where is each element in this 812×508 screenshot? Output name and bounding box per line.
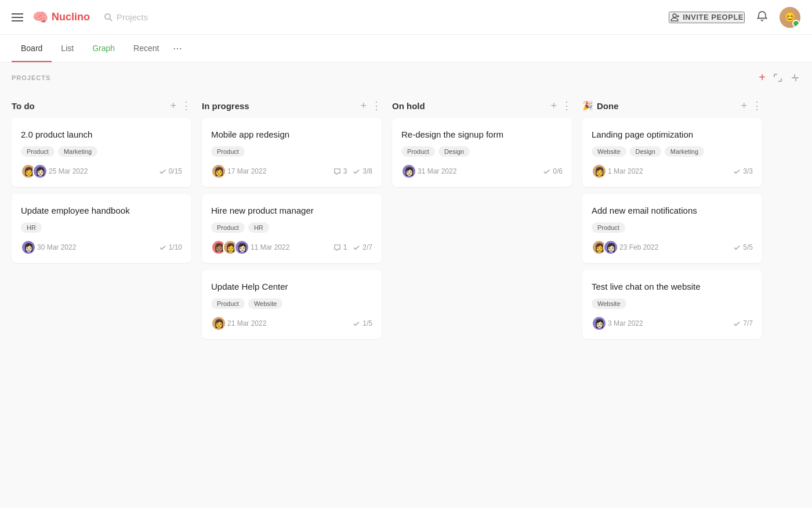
- column-actions-inprogress[interactable]: + ⋮: [360, 100, 382, 111]
- checklist-count: 3/8: [362, 167, 372, 175]
- card-checklist: 0/15: [159, 167, 182, 175]
- card-stats: 12/7: [334, 243, 372, 251]
- task-card[interactable]: Re-design the signup formProductDesign👩🏻…: [392, 118, 572, 187]
- bell-icon: [756, 10, 768, 22]
- tab-bar: Board List Graph Recent ⋯: [0, 35, 812, 63]
- card-tags: Product: [592, 222, 753, 233]
- add-card-button[interactable]: +: [170, 100, 176, 111]
- column-menu-button[interactable]: ⋮: [752, 100, 762, 111]
- card-tags: Product: [211, 146, 372, 157]
- card-title: Hire new product manager: [211, 204, 372, 217]
- add-card-button[interactable]: +: [360, 100, 367, 111]
- card-avatars: 👩🏻: [21, 240, 32, 255]
- comment-count: 3: [343, 167, 347, 175]
- card-date: 11 Mar 2022: [251, 243, 289, 251]
- column-actions-done[interactable]: + ⋮: [741, 100, 762, 111]
- card-date: 31 Mar 2022: [418, 167, 456, 175]
- card-tags: HR: [21, 222, 182, 233]
- card-title: Mobile app redesign: [211, 128, 372, 140]
- card-avatar: 👩🏻: [592, 316, 607, 331]
- task-card[interactable]: Landing page optimizationWebsiteDesignMa…: [582, 118, 762, 187]
- notification-bell[interactable]: [756, 10, 768, 24]
- card-checklist: 0/6: [543, 167, 563, 175]
- svg-point-0: [105, 14, 110, 19]
- card-meta: 👩1 Mar 2022: [592, 164, 643, 179]
- task-card[interactable]: Update Help CenterProductWebsite👩21 Mar …: [202, 270, 382, 339]
- card-avatars: 👩👩🏻: [592, 240, 615, 255]
- avatar-emoji: 👩: [214, 319, 224, 328]
- logo-icon: 🧠: [32, 10, 48, 25]
- card-tag: Website: [592, 298, 626, 309]
- card-footer: 👩17 Mar 202233/8: [211, 164, 372, 179]
- checklist-icon: [353, 320, 360, 327]
- card-avatar: 👩: [211, 164, 226, 179]
- card-avatars: 👩🏻: [592, 316, 603, 331]
- checklist-count: 0/15: [169, 167, 182, 175]
- card-stats: 3/3: [733, 167, 753, 175]
- card-tags: ProductWebsite: [211, 298, 372, 309]
- tab-graph[interactable]: Graph: [83, 35, 124, 62]
- task-card[interactable]: Test live chat on the websiteWebsite👩🏻3 …: [582, 270, 762, 339]
- card-meta: 👩🏻31 Mar 2022: [401, 164, 456, 179]
- column-menu-button[interactable]: ⋮: [181, 100, 191, 111]
- search-area[interactable]: Projects: [104, 12, 148, 22]
- card-tags: ProductHR: [211, 222, 372, 233]
- card-tag: Product: [211, 298, 245, 309]
- card-footer: 👩21 Mar 20221/5: [211, 316, 372, 331]
- task-card[interactable]: 2.0 product launchProductMarketing👩👩🏻25 …: [12, 118, 191, 187]
- column-actions-todo[interactable]: + ⋮: [170, 100, 191, 111]
- projects-label: PROJECTS: [12, 74, 50, 81]
- card-comments: 1: [334, 243, 347, 251]
- column-header-onhold: On hold + ⋮: [392, 96, 572, 118]
- more-tabs-button[interactable]: ⋯: [168, 35, 187, 62]
- checklist-icon: [733, 168, 741, 175]
- card-stats: 1/10: [159, 243, 182, 251]
- add-card-button[interactable]: +: [550, 100, 557, 111]
- invite-people-button[interactable]: INVITE PEOPLE: [669, 12, 745, 23]
- card-checklist: 1/10: [159, 243, 182, 251]
- column-menu-button[interactable]: ⋮: [561, 100, 572, 111]
- card-footer: 👩1 Mar 20223/3: [592, 164, 753, 179]
- avatar-emoji: 👩🏻: [404, 167, 414, 176]
- collapse-icon[interactable]: [790, 73, 800, 83]
- card-avatars: 👩: [211, 164, 223, 179]
- search-icon: [104, 13, 113, 22]
- user-avatar[interactable]: 😊: [780, 7, 800, 28]
- card-date: 3 Mar 2022: [608, 319, 643, 327]
- card-title: Update employee handbook: [21, 204, 182, 217]
- card-date: 17 Mar 2022: [227, 167, 266, 175]
- tab-recent[interactable]: Recent: [124, 35, 168, 62]
- expand-icon[interactable]: [773, 73, 783, 83]
- avatar-emoji: 👩: [24, 167, 34, 176]
- hamburger-menu[interactable]: [12, 13, 23, 21]
- task-card[interactable]: Add new email notificationsProduct👩👩🏻23 …: [582, 194, 762, 263]
- card-checklist: 3/8: [353, 167, 372, 175]
- tab-board[interactable]: Board: [12, 35, 52, 62]
- logo[interactable]: 🧠 Nuclino: [32, 10, 90, 25]
- task-card[interactable]: Hire new product managerProductHR👩🏽👩👩🏻11…: [202, 194, 382, 263]
- card-avatars: 👩: [211, 316, 223, 331]
- checklist-icon: [353, 244, 360, 251]
- card-meta: 👩17 Mar 2022: [211, 164, 266, 179]
- card-checklist: 3/3: [733, 167, 753, 175]
- add-project-button[interactable]: +: [759, 71, 766, 84]
- checklist-count: 0/6: [553, 167, 563, 175]
- column-header-inprogress: In progress + ⋮: [202, 96, 382, 118]
- task-card[interactable]: Mobile app redesignProduct👩17 Mar 202233…: [202, 118, 382, 187]
- add-card-button[interactable]: +: [741, 100, 747, 111]
- card-title: Update Help Center: [211, 280, 372, 293]
- column-menu-button[interactable]: ⋮: [371, 100, 382, 111]
- column-header-done: 🎉 Done + ⋮: [582, 96, 762, 118]
- checklist-icon: [733, 244, 741, 251]
- task-card[interactable]: Update employee handbookHR👩🏻30 Mar 20221…: [12, 194, 191, 263]
- card-date: 30 Mar 2022: [37, 243, 76, 251]
- column-actions-onhold[interactable]: + ⋮: [550, 100, 572, 111]
- projects-bar: PROJECTS +: [0, 63, 812, 90]
- tab-list[interactable]: List: [52, 35, 83, 62]
- card-title: 2.0 product launch: [21, 128, 182, 140]
- card-stats: 7/7: [733, 319, 753, 327]
- card-tag: Product: [592, 222, 625, 233]
- card-tag: Marketing: [665, 146, 704, 157]
- card-avatar: 👩: [211, 316, 226, 331]
- comment-count: 1: [343, 243, 347, 251]
